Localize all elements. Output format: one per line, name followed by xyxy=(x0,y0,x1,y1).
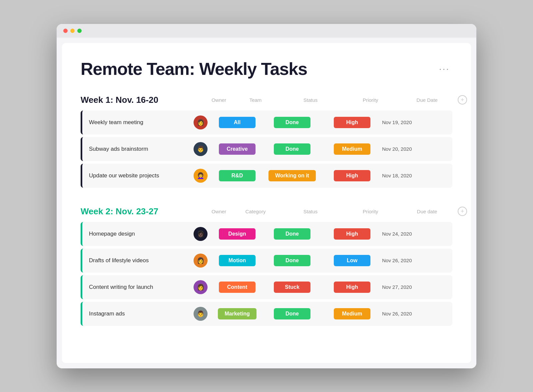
task-name: Homepage design xyxy=(82,231,189,237)
table-row: Instagram ads 👨 Marketing Done Medium xyxy=(81,302,452,326)
date-cell: Nov 26, 2020 xyxy=(382,311,435,317)
status-badge: Working on it xyxy=(268,170,316,181)
priority-cell: Medium xyxy=(322,308,382,319)
week1-title: Week 1: Nov. 16-20 xyxy=(81,95,187,105)
priority-badge: High xyxy=(334,117,370,128)
priority-badge: Medium xyxy=(334,143,370,155)
status-cell: Done xyxy=(262,143,322,155)
week2-add-button[interactable]: + xyxy=(458,207,467,216)
priority-cell: Low xyxy=(322,255,382,266)
team-badge: Creative xyxy=(219,143,256,155)
week2-col-priority: Priority xyxy=(340,209,400,214)
avatar: 👨 xyxy=(194,142,208,156)
priority-badge: Low xyxy=(334,255,370,266)
week1-section: Week 1: Nov. 16-20 Owner Team Status Pri… xyxy=(81,95,452,190)
task-name: Drafts of lifestyle videos xyxy=(82,257,189,264)
priority-cell: High xyxy=(322,117,382,128)
avatar: 👩 xyxy=(194,115,208,129)
priority-badge: High xyxy=(334,228,370,240)
main-content: Remote Team: Weekly Tasks ··· Week 1: No… xyxy=(62,43,471,363)
minimize-dot[interactable] xyxy=(70,29,75,33)
team-cell: All xyxy=(212,117,262,128)
task-cells: 👩🏿 Design Done High Nov 24, 2020 xyxy=(189,227,452,241)
week2-header: Week 2: Nov. 23-27 Owner Category Status… xyxy=(81,206,452,217)
table-row: Update our website projects 👩‍🦱 R&D Work… xyxy=(81,164,452,188)
date-cell: Nov 27, 2020 xyxy=(382,284,435,290)
category-badge: Content xyxy=(219,282,256,293)
due-date: Nov 24, 2020 xyxy=(382,231,412,237)
due-date: Nov 26, 2020 xyxy=(382,258,412,263)
week1-tasks: Weekly team meeting 👩 All Done High xyxy=(81,110,452,190)
task-cells: 👩 All Done High Nov 19, 2020 xyxy=(189,115,452,129)
maximize-dot[interactable] xyxy=(77,29,82,33)
status-badge: Done xyxy=(274,143,310,155)
avatar: 👨 xyxy=(194,307,208,321)
avatar: 👩🏿 xyxy=(194,227,208,241)
priority-cell: High xyxy=(322,282,382,293)
owner-cell: 👩‍🦱 xyxy=(189,169,212,183)
status-cell: Done xyxy=(262,228,322,240)
date-cell: Nov 18, 2020 xyxy=(382,173,435,179)
week1-col-headers: Owner Team Status Priority Due Date + xyxy=(187,95,467,104)
page-title: Remote Team: Weekly Tasks xyxy=(81,59,307,79)
task-name: Weekly team meeting xyxy=(82,119,189,126)
task-cells: 👨 Creative Done Medium Nov 20, 2020 xyxy=(189,142,452,156)
task-name: Subway ads brainstorm xyxy=(82,146,189,152)
priority-badge: Medium xyxy=(334,308,370,319)
more-options-button[interactable]: ··· xyxy=(436,62,452,76)
table-row: Homepage design 👩🏿 Design Done High xyxy=(81,222,452,246)
task-name: Content writing for launch xyxy=(82,284,189,291)
date-cell: Nov 24, 2020 xyxy=(382,231,435,237)
task-name: Update our website projects xyxy=(82,172,189,179)
week1-col-date: Due Date xyxy=(400,97,454,103)
week2-section: Week 2: Nov. 23-27 Owner Category Status… xyxy=(81,206,452,328)
status-cell: Done xyxy=(262,308,322,319)
week1-add-button[interactable]: + xyxy=(458,95,467,104)
date-cell: Nov 20, 2020 xyxy=(382,146,435,152)
category-badge: Marketing xyxy=(218,308,257,319)
owner-cell: 👩 xyxy=(189,115,212,129)
week2-col-date: Due date xyxy=(400,209,454,214)
table-row: Content writing for launch 👩 Content Stu… xyxy=(81,275,452,299)
table-row: Weekly team meeting 👩 All Done High xyxy=(81,110,452,134)
owner-cell: 👨 xyxy=(189,142,212,156)
titlebar xyxy=(57,24,476,38)
status-badge: Done xyxy=(274,117,310,128)
category-cell: Marketing xyxy=(212,308,262,319)
date-cell: Nov 19, 2020 xyxy=(382,119,435,125)
task-name: Instagram ads xyxy=(82,310,189,317)
due-date: Nov 27, 2020 xyxy=(382,284,412,290)
owner-cell: 👩 xyxy=(189,280,212,294)
close-dot[interactable] xyxy=(63,29,68,33)
task-cells: 👩‍🦱 R&D Working on it High Nov 18, 202 xyxy=(189,169,452,183)
due-date: Nov 18, 2020 xyxy=(382,173,412,178)
status-cell: Stuck xyxy=(262,282,322,293)
week2-title: Week 2: Nov. 23-27 xyxy=(81,206,187,217)
owner-cell: 👩 xyxy=(189,254,212,268)
status-badge: Done xyxy=(274,255,310,266)
table-row: Subway ads brainstorm 👨 Creative Done Me… xyxy=(81,137,452,161)
table-row: Drafts of lifestyle videos 👩 Motion Done xyxy=(81,249,452,273)
avatar: 👩‍🦱 xyxy=(194,169,208,183)
owner-cell: 👨 xyxy=(189,307,212,321)
team-cell: Creative xyxy=(212,143,262,155)
status-cell: Done xyxy=(262,117,322,128)
status-badge: Done xyxy=(274,228,310,240)
category-cell: Content xyxy=(212,282,262,293)
due-date: Nov 19, 2020 xyxy=(382,119,412,125)
priority-cell: High xyxy=(322,228,382,240)
week2-col-status: Status xyxy=(280,209,340,214)
owner-cell: 👩🏿 xyxy=(189,227,212,241)
page-header: Remote Team: Weekly Tasks ··· xyxy=(81,59,452,79)
status-badge: Stuck xyxy=(274,282,310,293)
week1-col-priority: Priority xyxy=(340,97,400,103)
team-badge: All xyxy=(219,117,256,128)
week2-col-category: Category xyxy=(231,209,280,214)
category-badge: Motion xyxy=(219,255,256,266)
date-cell: Nov 26, 2020 xyxy=(382,258,435,264)
category-cell: Motion xyxy=(212,255,262,266)
status-cell: Working on it xyxy=(262,170,322,181)
avatar: 👩 xyxy=(194,280,208,294)
priority-cell: Medium xyxy=(322,143,382,155)
priority-cell: High xyxy=(322,170,382,181)
